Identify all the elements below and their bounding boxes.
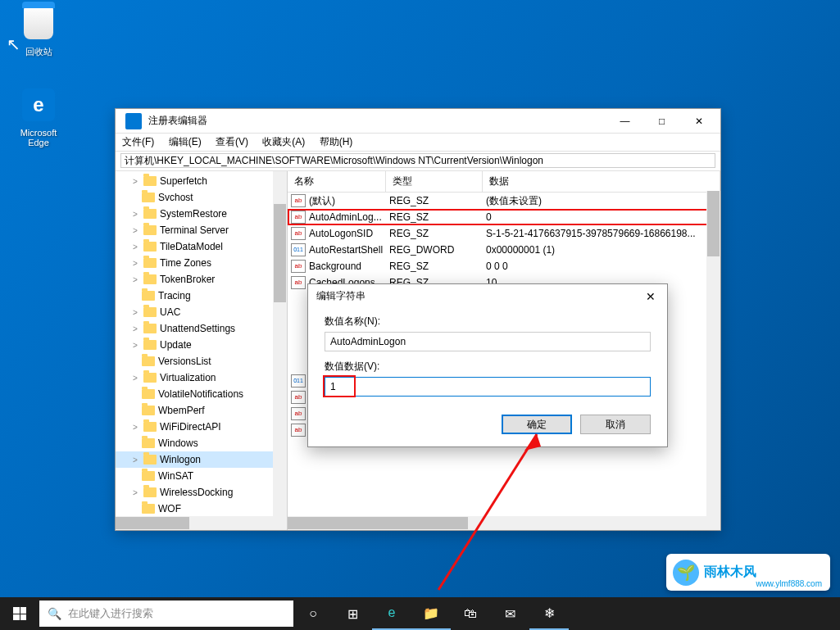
tree-expander-icon[interactable]: > bbox=[130, 324, 140, 333]
values-vscrollbar[interactable] bbox=[706, 191, 720, 516]
tree-item-update[interactable]: >Update bbox=[116, 337, 287, 353]
menu-file[interactable]: 文件(F) bbox=[122, 136, 154, 147]
desktop-icon-edge[interactable]: e Microsoft Edge bbox=[10, 85, 67, 147]
ok-button[interactable]: 确定 bbox=[502, 415, 572, 434]
tree-expander-icon[interactable]: > bbox=[130, 275, 140, 284]
value-data-input[interactable] bbox=[325, 377, 651, 397]
taskbar-mail-icon[interactable]: ✉ bbox=[490, 597, 529, 630]
value-name: (默认) bbox=[309, 194, 389, 208]
value-data: 0x00000001 (1) bbox=[486, 244, 720, 256]
taskbar-app-icon[interactable]: ❄ bbox=[529, 597, 569, 630]
value-row[interactable]: AutoLogonSIDREG_SZS-1-5-21-4176637915-39… bbox=[288, 225, 720, 242]
tree-vscrollbar[interactable] bbox=[273, 171, 287, 530]
value-type: REG_SZ bbox=[389, 261, 486, 272]
tree-item-unattendsettings[interactable]: >UnattendSettings bbox=[116, 320, 287, 337]
value-row[interactable]: BackgroundREG_SZ0 0 0 bbox=[288, 258, 720, 274]
taskbar-search[interactable]: 🔍 在此键入进行搜索 bbox=[39, 601, 293, 627]
tree-hscrollbar[interactable] bbox=[116, 516, 273, 530]
menu-view[interactable]: 查看(V) bbox=[216, 136, 248, 147]
start-button[interactable] bbox=[0, 597, 39, 630]
regedit-title: 注册表编辑器 bbox=[148, 114, 606, 128]
taskbar-explorer-icon[interactable]: 📁 bbox=[411, 597, 451, 630]
task-view-icon[interactable]: ⊞ bbox=[333, 597, 372, 630]
tree-item-wof[interactable]: WOF bbox=[116, 501, 287, 517]
regedit-titlebar[interactable]: 注册表编辑器 — □ ✕ bbox=[116, 109, 720, 134]
tree-item-wirelessdocking[interactable]: >WirelessDocking bbox=[116, 484, 287, 501]
tree-item-time zones[interactable]: >Time Zones bbox=[116, 255, 287, 271]
tree-item-tracing[interactable]: Tracing bbox=[116, 288, 287, 304]
close-button[interactable]: ✕ bbox=[680, 110, 717, 133]
menu-edit[interactable]: 编辑(E) bbox=[169, 136, 202, 147]
values-hscrollbar[interactable] bbox=[288, 516, 720, 530]
recycle-bin-icon bbox=[24, 7, 53, 39]
string-value-icon bbox=[291, 276, 306, 289]
tree-item-label: Terminal Server bbox=[160, 224, 229, 236]
folder-icon bbox=[143, 225, 157, 235]
folder-icon bbox=[143, 487, 157, 497]
binary-value-icon bbox=[291, 243, 306, 256]
maximize-button[interactable]: □ bbox=[643, 110, 680, 133]
tree-item-superfetch[interactable]: >Superfetch bbox=[116, 173, 287, 189]
tree-item-tokenbroker[interactable]: >TokenBroker bbox=[116, 271, 287, 288]
column-type[interactable]: 类型 bbox=[386, 171, 483, 192]
tree-expander-icon[interactable]: > bbox=[130, 423, 140, 432]
value-data: S-1-5-21-4176637915-3978579669-16866198.… bbox=[486, 228, 720, 239]
tree-expander-icon[interactable]: > bbox=[130, 488, 140, 497]
value-row[interactable]: AutoAdminLog...REG_SZ0 bbox=[288, 209, 720, 225]
tree-item-wbemperf[interactable]: WbemPerf bbox=[116, 402, 287, 419]
tree-item-windows[interactable]: Windows bbox=[116, 435, 287, 451]
tree-expander-icon[interactable]: > bbox=[130, 226, 140, 235]
cortana-icon[interactable]: ○ bbox=[293, 597, 333, 630]
tree-item-wifidirectapi[interactable]: >WiFiDirectAPI bbox=[116, 419, 287, 435]
tree-item-winlogon[interactable]: >Winlogon bbox=[116, 451, 287, 468]
cancel-button[interactable]: 取消 bbox=[580, 415, 651, 434]
column-data[interactable]: 数据 bbox=[483, 171, 720, 192]
value-name: AutoAdminLog... bbox=[309, 211, 389, 223]
tree-item-svchost[interactable]: Svchost bbox=[116, 189, 287, 206]
column-name[interactable]: 名称 bbox=[288, 171, 386, 192]
tree-item-tiledatamodel[interactable]: >TileDataModel bbox=[116, 238, 287, 255]
edge-icon: e bbox=[22, 88, 55, 121]
tree-item-systemrestore[interactable]: >SystemRestore bbox=[116, 206, 287, 222]
tree-item-label: Update bbox=[160, 339, 192, 351]
tree-item-virtualization[interactable]: >Virtualization bbox=[116, 369, 287, 386]
folder-icon bbox=[142, 406, 155, 415]
tree-expander-icon[interactable]: > bbox=[130, 242, 140, 252]
tree-item-label: WirelessDocking bbox=[160, 487, 233, 498]
value-row[interactable]: AutoRestartShellREG_DWORD0x00000001 (1) bbox=[288, 242, 720, 258]
value-name-input[interactable] bbox=[325, 332, 651, 351]
value-name: Background bbox=[309, 261, 389, 272]
tree-expander-icon[interactable]: > bbox=[130, 341, 140, 350]
folder-icon bbox=[143, 373, 157, 383]
tree-item-uac[interactable]: >UAC bbox=[116, 304, 287, 320]
folder-icon bbox=[143, 422, 157, 432]
tree-expander-icon[interactable]: > bbox=[130, 210, 140, 219]
tree-expander-icon[interactable]: > bbox=[130, 259, 140, 268]
dialog-close-button[interactable]: ✕ bbox=[642, 290, 659, 303]
tree-item-volatilenotifications[interactable]: VolatileNotifications bbox=[116, 386, 287, 402]
folder-icon bbox=[143, 324, 157, 333]
tree-item-versionslist[interactable]: VersionsList bbox=[116, 353, 287, 369]
tree-expander-icon[interactable]: > bbox=[130, 177, 140, 186]
tree-item-label: WiFiDirectAPI bbox=[160, 421, 221, 433]
tree-item-winsat[interactable]: WinSAT bbox=[116, 468, 287, 484]
taskbar-edge-icon[interactable]: e bbox=[372, 597, 411, 630]
regedit-address-input[interactable] bbox=[120, 153, 715, 168]
string-value-icon bbox=[291, 194, 306, 207]
taskbar-store-icon[interactable]: 🛍 bbox=[451, 597, 490, 630]
folder-icon bbox=[143, 176, 157, 186]
taskbar-tray[interactable] bbox=[830, 597, 840, 630]
tree-expander-icon[interactable]: > bbox=[130, 308, 140, 317]
regedit-tree[interactable]: >SuperfetchSvchost>SystemRestore>Termina… bbox=[116, 171, 288, 530]
tree-item-terminal server[interactable]: >Terminal Server bbox=[116, 222, 287, 238]
string-value-icon bbox=[291, 391, 306, 404]
value-row[interactable]: (默认)REG_SZ(数值未设置) bbox=[288, 193, 720, 209]
minimize-button[interactable]: — bbox=[606, 110, 643, 133]
tree-expander-icon[interactable]: > bbox=[130, 374, 140, 383]
menu-favorites[interactable]: 收藏夹(A) bbox=[262, 136, 305, 147]
string-value-icon bbox=[291, 424, 306, 437]
string-value-icon bbox=[291, 227, 306, 240]
menu-help[interactable]: 帮助(H) bbox=[320, 136, 353, 147]
tree-item-label: Virtualization bbox=[160, 372, 216, 383]
tree-expander-icon[interactable]: > bbox=[130, 456, 140, 465]
